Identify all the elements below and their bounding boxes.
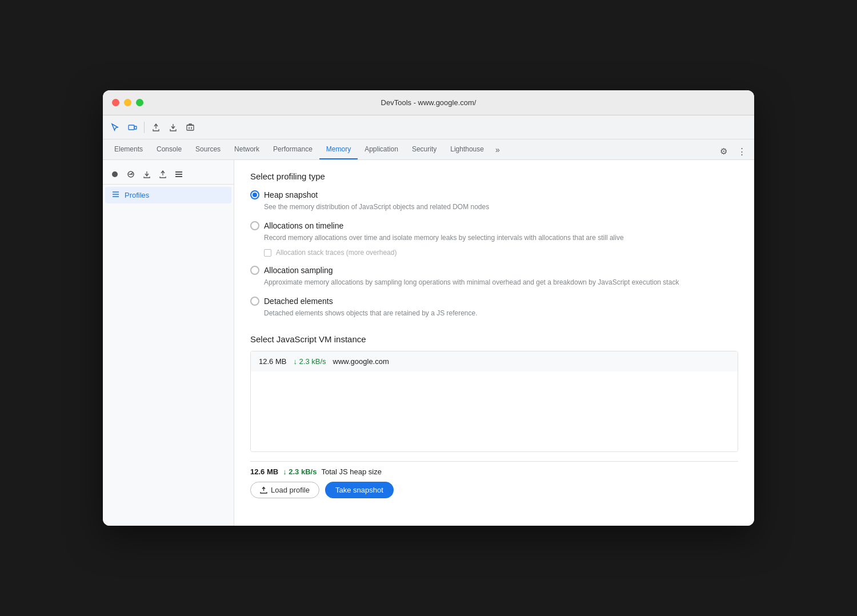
footer-label: Total JS heap size [321,467,382,476]
option-detached-elements: Detached elements Detached elements show… [250,297,738,318]
clear-profiles-icon[interactable] [171,167,186,182]
titlebar: DevTools - www.google.com/ [103,90,754,115]
option-sampling-header: Allocation sampling [250,266,738,275]
window-title: DevTools - www.google.com/ [381,98,476,107]
svg-rect-2 [187,125,194,130]
option-heap-header: Heap snapshot [250,190,738,199]
traffic-lights [112,99,143,106]
tab-memory[interactable]: Memory [319,140,358,159]
more-options-icon[interactable]: ⋮ [734,143,750,159]
option-allocation-sampling: Allocation sampling Approximate memory a… [250,266,738,287]
option-detached-header: Detached elements [250,297,738,306]
sidebar-toolbar [103,165,234,185]
take-snapshot-button[interactable]: Take snapshot [325,482,394,498]
content-area: Select profiling type Heap snapshot See … [234,160,754,526]
heap-snapshot-label: Heap snapshot [264,190,318,199]
heap-snapshot-desc: See the memory distribution of JavaScrip… [264,202,738,212]
tab-application[interactable]: Application [358,140,405,159]
option-timeline-header: Allocations on timeline [250,221,738,230]
detached-elements-desc: Detached elements shows objects that are… [264,308,738,318]
option-allocations-timeline: Allocations on timeline Record memory al… [250,221,738,257]
sidebar: Profiles [103,160,234,526]
tab-security[interactable]: Security [405,140,443,159]
allocation-stack-traces-row: Allocation stack traces (more overhead) [264,249,738,257]
option-heap-snapshot: Heap snapshot See the memory distributio… [250,190,738,212]
profiling-options: Heap snapshot See the memory distributio… [250,190,738,318]
footer-rate: ↓ 2.3 kB/s [283,467,317,476]
main-layout: Profiles Select profiling type Heap snap… [103,160,754,526]
devtools-toolbar [103,115,754,139]
radio-detached-elements[interactable] [250,297,259,306]
tab-elements[interactable]: Elements [107,140,150,159]
vm-instance-box: 12.6 MB ↓ 2.3 kB/s www.google.com [250,351,738,452]
tab-network[interactable]: Network [227,140,266,159]
vm-section-title: Select JavaScript VM instance [250,334,738,344]
load-profile-sidebar-icon[interactable] [155,167,170,182]
devtools-window: DevTools - www.google.com/ [103,90,754,526]
radio-heap-snapshot[interactable] [250,190,259,199]
svg-rect-9 [175,176,182,177]
vm-rate-arrow: ↓ [293,357,297,366]
stop-button[interactable] [123,167,138,182]
device-toolbar-icon[interactable] [125,119,141,135]
vm-instance-row[interactable]: 12.6 MB ↓ 2.3 kB/s www.google.com [251,351,738,371]
tab-lighthouse[interactable]: Lighthouse [443,140,491,159]
nav-actions: ⚙ ⋮ [715,143,750,159]
vm-memory: 12.6 MB [259,357,286,366]
allocation-sampling-desc: Approximate memory allocations by sampli… [264,277,738,287]
footer-memory: 12.6 MB [250,467,278,476]
svg-rect-8 [175,174,182,175]
settings-icon[interactable]: ⚙ [715,143,731,159]
close-button[interactable] [112,99,119,106]
radio-allocation-sampling[interactable] [250,266,259,275]
toolbar-separator [144,122,145,133]
allocation-stack-traces-label: Allocation stack traces (more overhead) [276,249,397,257]
detached-elements-label: Detached elements [264,297,333,306]
tab-console[interactable]: Console [150,140,189,159]
footer-area: 12.6 MB ↓ 2.3 kB/s Total JS heap size Lo… [250,461,738,504]
allocation-sampling-label: Allocation sampling [264,266,333,275]
maximize-button[interactable] [136,99,143,106]
footer-stats: 12.6 MB ↓ 2.3 kB/s Total JS heap size [250,467,738,476]
footer-rate-arrow: ↓ [283,467,287,476]
allocations-timeline-label: Allocations on timeline [264,221,343,230]
tab-sources[interactable]: Sources [189,140,227,159]
allocations-timeline-desc: Record memory allocations over time and … [264,233,738,243]
vm-empty-area [251,371,738,451]
svg-rect-0 [129,125,134,130]
minimize-button[interactable] [124,99,131,106]
footer-buttons: Load profile Take snapshot [250,482,738,498]
vm-rate: ↓ 2.3 kB/s [293,357,326,366]
record-button[interactable] [107,167,122,182]
clear-icon[interactable] [182,119,198,135]
export-icon[interactable] [148,119,164,135]
load-profile-button[interactable]: Load profile [250,482,319,498]
sidebar-item-label: Profiles [125,191,149,199]
vm-url: www.google.com [333,357,389,366]
svg-rect-1 [134,126,137,129]
upload-icon [260,486,267,494]
profiling-section-title: Select profiling type [250,171,738,181]
sidebar-item-profiles[interactable]: Profiles [105,187,231,203]
svg-rect-7 [175,171,182,173]
profiles-icon [112,190,120,200]
svg-point-3 [112,171,118,177]
inspect-element-icon[interactable] [107,119,123,135]
tab-performance[interactable]: Performance [266,140,319,159]
more-tabs-button[interactable]: » [491,140,504,159]
import-icon[interactable] [165,119,181,135]
nav-tabs: Elements Console Sources Network Perform… [103,139,754,160]
radio-allocations-timeline[interactable] [250,221,259,230]
allocation-stack-traces-checkbox[interactable] [264,249,271,257]
save-profile-icon[interactable] [139,167,154,182]
